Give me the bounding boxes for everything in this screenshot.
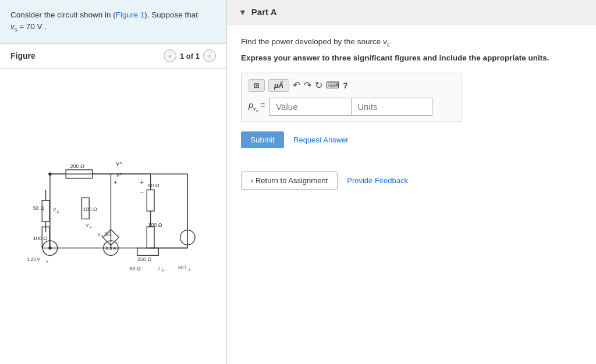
figure-count: 1 of 1 bbox=[180, 52, 200, 60]
svg-text:v: v bbox=[53, 206, 56, 212]
figure-nav: ‹ 1 of 1 › bbox=[164, 49, 216, 62]
input-row: pvs = bbox=[249, 98, 455, 116]
redo-icon[interactable]: ↷ bbox=[304, 80, 311, 91]
problem-statement: Consider the circuit shown in (Figure 1)… bbox=[0, 0, 226, 44]
svg-text:x: x bbox=[46, 259, 48, 263]
value-input[interactable] bbox=[269, 98, 351, 116]
svg-text:−: − bbox=[140, 188, 143, 195]
svg-text:200 Ω: 200 Ω bbox=[70, 163, 84, 169]
prev-figure-button[interactable]: ‹ bbox=[164, 49, 176, 62]
svg-text:+: + bbox=[140, 179, 143, 186]
request-answer-link[interactable]: Request Answer bbox=[293, 135, 349, 144]
part-header: ▼ Part A bbox=[227, 0, 596, 24]
svg-text:50 Ω: 50 Ω bbox=[33, 205, 44, 211]
variable-display: vs = 70 V . bbox=[10, 22, 47, 31]
svg-text:v: v bbox=[86, 222, 88, 228]
submit-button[interactable]: Submit bbox=[241, 131, 284, 148]
question-instruction: Express your answer to three significant… bbox=[241, 53, 582, 62]
next-figure-button[interactable]: › bbox=[203, 49, 216, 62]
bottom-row: ‹ Return to Assignment Provide Feedback bbox=[241, 172, 582, 190]
svg-rect-32 bbox=[147, 227, 154, 248]
input-label: pvs = bbox=[249, 101, 265, 113]
left-panel: Consider the circuit shown in (Figure 1)… bbox=[0, 0, 227, 364]
help-icon[interactable]: ? bbox=[343, 81, 348, 90]
svg-text:50 i: 50 i bbox=[178, 265, 185, 270]
svg-text:s: s bbox=[119, 160, 122, 165]
svg-point-15 bbox=[48, 173, 51, 176]
figure-link[interactable]: Figure 1 bbox=[116, 10, 145, 19]
svg-text:x: x bbox=[189, 267, 191, 272]
svg-text:v: v bbox=[116, 160, 119, 167]
figure-label: Figure bbox=[10, 51, 36, 60]
provide-feedback-link[interactable]: Provide Feedback bbox=[347, 176, 408, 185]
action-row: Submit Request Answer bbox=[241, 131, 582, 148]
circuit-diagram: v s 200 Ω 50 Ω bbox=[15, 158, 212, 274]
part-content: Find the power developed by the source v… bbox=[227, 24, 596, 201]
figure-header: Figure ‹ 1 of 1 › bbox=[0, 44, 226, 69]
right-panel: ▼ Part A Find the power developed by the… bbox=[227, 0, 596, 364]
figure-area: v s 200 Ω 50 Ω bbox=[0, 69, 226, 364]
undo-icon[interactable]: ↶ bbox=[293, 80, 300, 91]
svg-text:x: x bbox=[56, 209, 59, 213]
part-title: Part A bbox=[251, 7, 277, 17]
svg-text:/25: /25 bbox=[104, 232, 111, 237]
svg-text:i: i bbox=[158, 266, 160, 272]
svg-text:x: x bbox=[90, 225, 92, 229]
refresh-icon[interactable]: ↻ bbox=[315, 80, 322, 91]
answer-box: ⊞ μÄ ↶ ↷ ↻ ⌨ ? pvs = bbox=[241, 73, 462, 122]
problem-text-suffix: ). Suppose that bbox=[144, 10, 198, 19]
svg-text:250 Ω: 250 Ω bbox=[137, 256, 151, 262]
unit-button[interactable]: μÄ bbox=[268, 79, 289, 92]
return-to-assignment-button[interactable]: ‹ Return to Assignment bbox=[241, 172, 338, 190]
svg-text:1.25 v: 1.25 v bbox=[26, 257, 40, 262]
toolbar: ⊞ μÄ ↶ ↷ ↻ ⌨ ? bbox=[249, 79, 455, 92]
part-collapse-arrow[interactable]: ▼ bbox=[239, 8, 247, 17]
matrix-button[interactable]: ⊞ bbox=[249, 79, 265, 92]
svg-text:x: x bbox=[161, 269, 164, 273]
keyboard-icon[interactable]: ⌨ bbox=[326, 80, 339, 91]
svg-text:+: + bbox=[113, 179, 117, 186]
svg-rect-30 bbox=[147, 190, 154, 211]
question-text: Find the power developed by the source v… bbox=[241, 36, 582, 49]
problem-text-prefix: Consider the circuit shown in ( bbox=[10, 10, 116, 19]
svg-text:50 Ω: 50 Ω bbox=[148, 183, 159, 188]
svg-text:100 Ω: 100 Ω bbox=[33, 235, 47, 241]
svg-text:100 Ω: 100 Ω bbox=[83, 206, 97, 212]
svg-text:v: v bbox=[97, 232, 100, 237]
svg-rect-37 bbox=[137, 248, 158, 256]
svg-text:50 Ω: 50 Ω bbox=[129, 266, 141, 272]
units-input[interactable] bbox=[351, 98, 432, 116]
svg-text:0.9 A: 0.9 A bbox=[105, 246, 116, 251]
